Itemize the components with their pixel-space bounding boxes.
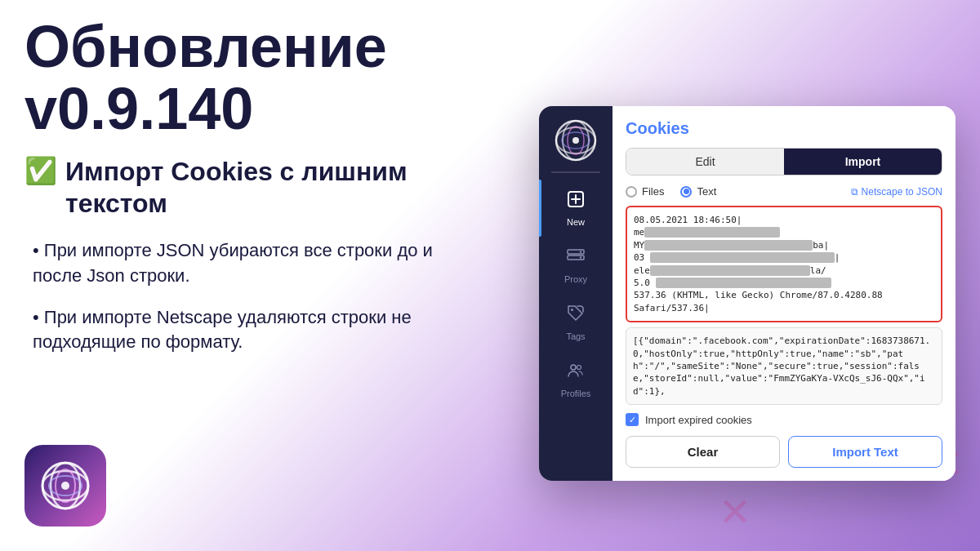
- checkbox-row: ✓ Import expired cookies: [626, 413, 942, 426]
- radio-files[interactable]: Files: [626, 185, 664, 198]
- main-title: Обновление v0.9.140: [24, 16, 482, 140]
- sidebar-item-profiles[interactable]: Profiles: [539, 351, 612, 408]
- radio-files-label: Files: [642, 185, 664, 198]
- import-expired-label: Import expired cookies: [645, 414, 752, 426]
- svg-point-17: [580, 251, 581, 252]
- app-icon: [24, 445, 106, 527]
- netscape-link[interactable]: ⧉ Netscape to JSON: [851, 186, 942, 198]
- clear-button[interactable]: Clear: [626, 436, 780, 468]
- json-text-area[interactable]: [{"domain":".facebook.com","expirationDa…: [626, 327, 942, 405]
- app-icon-container: [24, 445, 106, 527]
- tags-icon: [566, 304, 586, 328]
- bullet-2: • При импорте Netscape удаляются строки …: [33, 305, 482, 356]
- proxy-icon: [566, 247, 586, 271]
- highlighted-line-1: 08.05.2021 18:46:50|: [634, 214, 934, 226]
- bullet-1: • При импорте JSON убираются все строки …: [33, 238, 482, 289]
- blurred-3: ████████████████: [650, 252, 835, 263]
- highlighted-line-3: MY████████████████ba|: [634, 239, 934, 251]
- highlighted-line-2: me████████████████: [634, 226, 934, 238]
- subtitle-block: ✅ Импорт Cookies с лишним текстом: [24, 156, 482, 219]
- import-expired-checkbox[interactable]: ✓: [626, 413, 639, 426]
- radio-text-label: Text: [697, 185, 716, 198]
- bullet-points: • При импорте JSON убираются все строки …: [33, 238, 482, 355]
- radio-files-circle: [626, 186, 637, 198]
- sidebar-item-profiles-label: Profiles: [561, 389, 591, 398]
- sidebar-logo: [555, 119, 597, 162]
- feature-emoji: ✅: [24, 158, 57, 184]
- highlighted-line-6: 5.0 ████████████████: [634, 277, 934, 289]
- sidebar-item-new-label: New: [567, 217, 585, 227]
- blurred-1: ████████████████: [644, 227, 780, 238]
- blurred-4: ████████████████: [650, 265, 810, 276]
- sidebar-item-new[interactable]: New: [539, 180, 612, 237]
- radio-text[interactable]: Text: [680, 185, 716, 198]
- sidebar-divider: [551, 171, 600, 173]
- sidebar-item-proxy[interactable]: Proxy: [539, 237, 612, 294]
- sidebar-item-proxy-label: Proxy: [564, 274, 587, 284]
- svg-point-21: [577, 366, 581, 370]
- blurred-2: ████████████████: [644, 240, 813, 251]
- tab-bar: Edit Import: [626, 148, 942, 176]
- svg-point-9: [572, 137, 579, 144]
- highlighted-line-4: 03 ████████████████|: [634, 251, 934, 264]
- highlighted-line-8: Safari/537.36|: [634, 302, 934, 314]
- left-content: Обновление v0.9.140 ✅ Импорт Cookies с л…: [24, 16, 482, 371]
- highlighted-text-area[interactable]: 08.05.2021 18:46:50| me████████████████ …: [626, 206, 942, 322]
- action-row: Clear Import Text: [626, 436, 942, 468]
- new-icon: [566, 189, 586, 214]
- highlighted-line-5: ele████████████████la/: [634, 264, 934, 277]
- import-text-button[interactable]: Import Text: [788, 436, 942, 468]
- highlighted-line-7: 537.36 (KHTML, like Gecko) Chrome/87.0.4…: [634, 289, 934, 301]
- svg-point-20: [571, 365, 576, 370]
- sidebar: New Proxy Tags: [539, 106, 612, 481]
- svg-point-3: [61, 482, 69, 490]
- main-panel: Cookies Edit Import Files Text ⧉ Netscap…: [612, 106, 956, 481]
- svg-point-19: [571, 309, 573, 311]
- sidebar-item-tags[interactable]: Tags: [539, 294, 612, 351]
- blurred-5: ████████████████: [656, 278, 832, 288]
- profiles-icon: [566, 361, 586, 385]
- ui-mockup: New Proxy Tags: [539, 106, 956, 481]
- decorative-x-3: ✕: [719, 489, 751, 535]
- radio-text-circle: [680, 186, 692, 198]
- radio-row: Files Text ⧉ Netscape to JSON: [626, 185, 942, 198]
- tab-edit[interactable]: Edit: [626, 149, 784, 175]
- cookies-title: Cookies: [626, 119, 942, 138]
- sidebar-item-tags-label: Tags: [566, 331, 585, 341]
- app-logo-svg: [41, 461, 90, 510]
- feature-title: Импорт Cookies с лишним текстом: [65, 156, 482, 219]
- svg-point-18: [580, 256, 581, 258]
- tab-import[interactable]: Import: [784, 149, 942, 175]
